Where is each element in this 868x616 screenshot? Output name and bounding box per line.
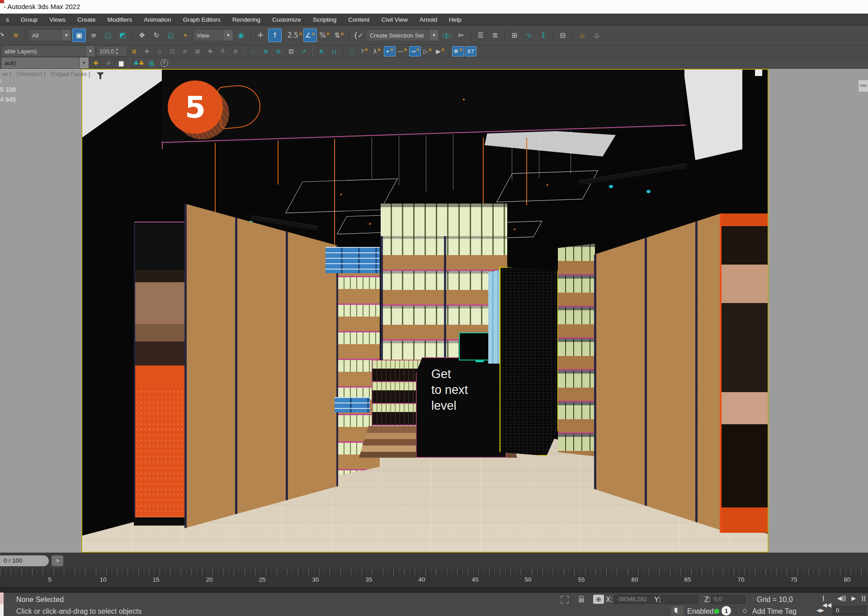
menu-item-views[interactable]: Views: [43, 16, 71, 23]
edit-named-selection-sets-icon[interactable]: {✓: [352, 28, 365, 42]
perspective-viewport[interactable]: 5 G: [81, 69, 769, 553]
menu-item-scripting[interactable]: Scripting: [307, 16, 343, 23]
center-target-icon[interactable]: ⊕: [260, 46, 272, 57]
menu-item-animation[interactable]: Animation: [138, 16, 177, 23]
layers-dropdown[interactable]: able Layers)▼: [1, 45, 95, 57]
scene-security-button[interactable]: [671, 606, 684, 616]
select-and-place-icon[interactable]: ⌖: [179, 28, 192, 42]
viewcube[interactable]: FRO: [858, 80, 868, 92]
menu-item-content[interactable]: Content: [342, 16, 375, 23]
pyramid-stack-icon[interactable]: ≜: [217, 46, 229, 57]
box-page-icon[interactable]: ⊠: [192, 46, 203, 57]
select-and-rotate-icon[interactable]: ↻: [150, 28, 163, 42]
preset-dropdown[interactable]: ault)▼: [1, 57, 89, 69]
mirror-icon[interactable]: ◁▷: [440, 28, 453, 42]
maxscript-mini-listener[interactable]: [0, 592, 4, 616]
redo-icon[interactable]: ↷: [0, 28, 8, 42]
menu-item-customize[interactable]: Customize: [266, 16, 307, 23]
spinner-snap-icon[interactable]: ⇅∩: [332, 28, 346, 42]
stack-layers-icon[interactable]: ≋: [179, 46, 191, 57]
go-to-start-icon[interactable]: |◀◀: [820, 594, 834, 609]
cross-stack-icon[interactable]: ⊗: [230, 46, 241, 57]
trees-icon[interactable]: ♣♣: [133, 58, 145, 68]
vertex-snap-icon[interactable]: ∙∩: [384, 46, 396, 57]
spinner-icon[interactable]: ▴▾: [116, 47, 118, 55]
render-production-icon[interactable]: ♨: [576, 28, 589, 42]
absolute-mode-icon[interactable]: ⊕: [593, 595, 604, 604]
dark-layers-icon[interactable]: ≋: [103, 58, 114, 68]
key-mode-arrows[interactable]: ◀▶: [816, 607, 824, 613]
named-selection-sets-dropdown[interactable]: Create Selection Set▼: [366, 29, 439, 41]
x-coordinate-field[interactable]: -58348,281: [614, 595, 659, 604]
thumb-layers-icon[interactable]: ✚: [141, 46, 153, 57]
snowflake-magnet-icon[interactable]: ❄∩: [452, 46, 464, 57]
menu-item-group[interactable]: Group: [15, 16, 44, 23]
rectangular-selection-region-icon[interactable]: ▢: [101, 28, 115, 42]
notification-badge[interactable]: 1: [722, 606, 731, 616]
add-time-tag[interactable]: Add Time Tag: [752, 607, 797, 616]
x-axis-magnet-icon[interactable]: X?: [465, 46, 476, 57]
face-filled-snap-icon[interactable]: ▶∩: [434, 46, 446, 57]
selection-filter-dropdown[interactable]: All▼: [28, 29, 71, 41]
current-frame-field[interactable]: 0: [833, 606, 866, 615]
menu-item-s[interactable]: s: [0, 16, 15, 23]
time-slider[interactable]: 0 / 100: [0, 555, 49, 566]
layers-gear-icon[interactable]: ≣: [128, 46, 140, 57]
render-setup-icon[interactable]: ⊟: [556, 28, 570, 42]
align-icon[interactable]: ⊨: [454, 28, 468, 42]
white-swatch-icon[interactable]: ▆: [115, 58, 127, 68]
bind-to-space-warp-icon[interactable]: ≋: [9, 28, 23, 42]
plus-page-icon[interactable]: ✚: [204, 46, 216, 57]
menu-item-civil-view[interactable]: Civil View: [376, 16, 414, 23]
select-and-scale-icon[interactable]: ◱: [164, 28, 178, 42]
curve-editor-icon[interactable]: ∿: [522, 28, 536, 42]
squares-arrow-icon[interactable]: ↗: [298, 46, 310, 57]
scatter-dots-icon[interactable]: ∴: [247, 46, 259, 57]
viewport-shading-label[interactable]: [Edged Faces ]: [51, 71, 90, 77]
snaps-toggle-2-5-icon[interactable]: 2.5∩: [288, 28, 302, 42]
ruler-caliper-icon[interactable]: ⊔: [328, 46, 340, 57]
layer-explorer-icon[interactable]: ≣: [488, 28, 502, 42]
angle-snap-icon[interactable]: ∠∩: [303, 28, 317, 42]
menu-item-help[interactable]: Help: [443, 16, 467, 23]
z-coordinate-field[interactable]: 0,0: [711, 595, 745, 604]
teal-document-icon[interactable]: ▤: [146, 58, 157, 68]
edge-snap-icon[interactable]: —∩: [396, 46, 408, 57]
keyboard-shortcut-override-icon[interactable]: ↑: [268, 28, 282, 42]
viewport-label-row[interactable]: ve ] [Standard ] [Edged Faces ]: [2, 71, 94, 78]
select-and-manipulate-icon[interactable]: ✛: [254, 28, 267, 42]
window-crossing-icon[interactable]: ◩: [116, 28, 129, 42]
percent-snap-icon[interactable]: %∩: [318, 28, 331, 42]
render-flyout-icon[interactable]: ♨: [590, 28, 604, 42]
time-slider-next-button[interactable]: >: [52, 555, 63, 566]
select-and-move-icon[interactable]: ✥: [135, 28, 149, 42]
isolate-selection-icon[interactable]: [561, 596, 569, 604]
select-by-name-icon[interactable]: ≡: [87, 28, 100, 42]
bone-magnet-icon[interactable]: λ∩: [371, 46, 383, 57]
plus-coins-icon[interactable]: ✚: [90, 58, 102, 68]
face-outline-snap-icon[interactable]: ▷∩: [422, 46, 434, 57]
menu-item-graph-editors[interactable]: Graph Editors: [177, 16, 226, 23]
viewport-standard-label[interactable]: [Standard ]: [17, 71, 46, 77]
scene-explorer-icon[interactable]: ☰: [474, 28, 487, 42]
menu-item-arnold[interactable]: Arnold: [414, 16, 443, 23]
viewport-pov-label[interactable]: ve ]: [2, 71, 11, 77]
layer-value-field[interactable]: 100,0▴▾: [96, 46, 127, 57]
material-editor-icon[interactable]: ↧: [537, 28, 550, 42]
track-bar-ruler[interactable]: 5101520253035404550556065707580: [0, 569, 868, 588]
midpoint-snap-icon[interactable]: ⊸∩: [409, 46, 421, 57]
use-pivot-point-center-icon[interactable]: ◉: [234, 28, 248, 42]
trash-layers-icon[interactable]: ▯: [154, 46, 165, 57]
schematic-view-icon[interactable]: ⊞: [508, 28, 521, 42]
menu-item-create[interactable]: Create: [71, 16, 102, 23]
reference-coordinate-system-dropdown[interactable]: View▼: [193, 29, 233, 41]
menu-item-rendering[interactable]: Rendering: [226, 16, 266, 23]
menu-item-modifiers[interactable]: Modifiers: [102, 16, 138, 23]
dots-a-icon[interactable]: A: [316, 46, 327, 57]
select-object-icon[interactable]: ▣: [72, 28, 86, 42]
paint-window-icon[interactable]: ⊡: [285, 46, 297, 57]
help-circle-icon[interactable]: ?: [158, 58, 170, 68]
selection-lock-icon[interactable]: [579, 598, 584, 602]
dotted-circle-icon[interactable]: ◌: [346, 46, 358, 57]
spheres-x-icon[interactable]: ⊘: [273, 46, 284, 57]
